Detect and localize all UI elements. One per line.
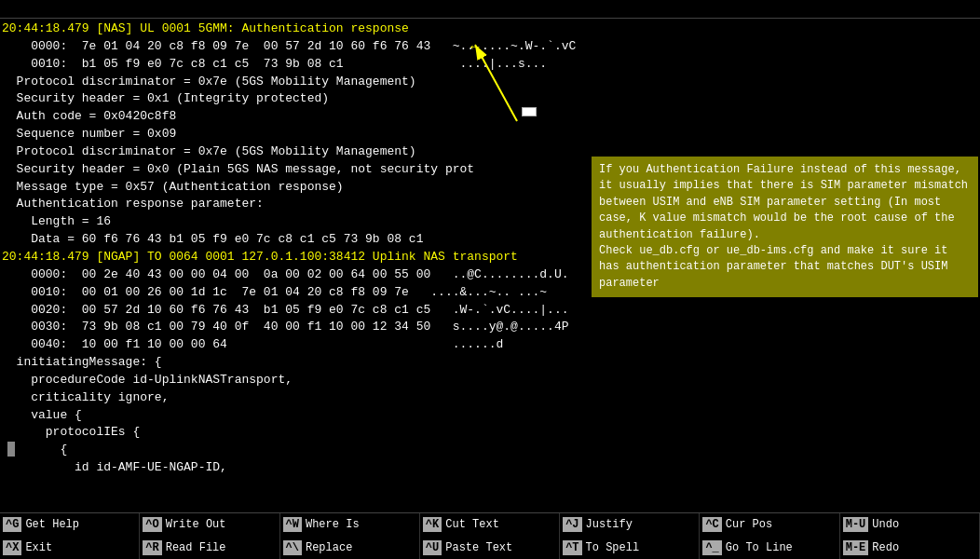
key-2-1: ^\	[283, 540, 302, 555]
key-2-0: ^W	[283, 517, 302, 532]
status-row-4-1[interactable]: ^TTo Spell	[560, 537, 699, 560]
status-row-3-1[interactable]: ^UPaste Text	[420, 537, 559, 560]
key-1-0: ^O	[143, 517, 161, 532]
text-line-19: initiatingMessage: {	[0, 354, 980, 372]
text-line-21: criticality ignore,	[0, 389, 980, 407]
text-line-25: id id-AMF-UE-NGAP-ID,	[0, 459, 980, 477]
key-3-0: ^K	[423, 517, 442, 532]
key-0-0: ^G	[3, 517, 21, 532]
status-col-4: ^JJustify^TTo Spell	[560, 513, 700, 559]
status-col-0: ^GGet Help^XExit	[0, 513, 140, 559]
annotation-yellow	[522, 107, 537, 116]
status-col-6: M-UUndoM-ERedo	[840, 513, 980, 559]
status-col-1: ^OWrite Out^RRead File	[140, 513, 279, 559]
status-col-5: ^CCur Pos^_Go To Line	[700, 513, 839, 559]
status-col-3: ^KCut Text^UPaste Text	[420, 513, 560, 559]
status-row-1-0[interactable]: ^OWrite Out	[140, 513, 279, 537]
text-line-6: Sequence number = 0x09	[0, 126, 980, 143]
key-label-1-1: Read File	[166, 541, 226, 554]
key-label-5-1: Go To Line	[726, 541, 793, 554]
key-label-4-0: Justify	[586, 518, 633, 531]
key-label-6-1: Redo	[872, 541, 899, 554]
text-line-20: procedureCode id-UplinkNASTransport,	[0, 372, 980, 389]
key-label-6-0: Undo	[872, 518, 899, 531]
text-cursor	[7, 442, 15, 457]
key-4-0: ^J	[563, 517, 581, 532]
annotation-olive: If you Authentication Failure instead of…	[592, 157, 978, 297]
key-1-1: ^R	[143, 540, 161, 555]
key-label-2-0: Where Is	[306, 518, 360, 531]
status-bar: ^GGet Help^XExit^OWrite Out^RRead File^W…	[0, 512, 980, 559]
text-line-17: 0030: 73 9b 08 c1 00 79 40 0f 40 00 f1 1…	[0, 319, 980, 336]
key-4-1: ^T	[563, 540, 581, 555]
text-line-16: 0020: 00 57 2d 10 60 f6 76 43 b1 05 f9 e…	[0, 302, 980, 320]
status-row-5-0[interactable]: ^CCur Pos	[700, 513, 838, 537]
text-line-1: 0000: 7e 01 04 20 c8 f8 09 7e 00 57 2d 1…	[0, 38, 980, 56]
key-label-2-1: Replace	[306, 541, 352, 554]
status-row-6-0[interactable]: M-UUndo	[840, 513, 979, 537]
text-line-22: value {	[0, 407, 980, 425]
status-row-6-1[interactable]: M-ERedo	[840, 537, 979, 560]
key-label-4-1: To Spell	[586, 541, 640, 554]
text-line-23: protocolIEs {	[0, 424, 980, 442]
status-row-5-1[interactable]: ^_Go To Line	[700, 537, 838, 560]
key-label-1-0: Write Out	[166, 518, 226, 531]
key-label-0-0: Get Help	[25, 518, 79, 531]
key-6-1: M-E	[843, 540, 869, 555]
title-bar	[0, 0, 980, 19]
key-6-0: M-U	[843, 517, 869, 532]
key-5-1: ^_	[702, 540, 721, 555]
key-label-5-0: Cur Pos	[726, 518, 772, 531]
key-label-3-1: Paste Text	[445, 541, 512, 554]
key-label-0-1: Exit	[25, 541, 52, 554]
text-line-2: 0010: b1 05 f9 e0 7c c8 c1 c5 73 9b 08 c…	[0, 56, 980, 74]
status-row-2-1[interactable]: ^\Replace	[280, 537, 419, 560]
arrow-icon: ←	[470, 39, 480, 56]
key-5-0: ^C	[702, 517, 721, 532]
text-line-5: Auth code = 0x0420c8f8	[0, 108, 980, 126]
status-col-2: ^WWhere Is^\Replace	[280, 513, 420, 559]
key-label-3-0: Cut Text	[445, 518, 499, 531]
status-row-1-1[interactable]: ^RRead File	[140, 537, 279, 560]
status-row-0-1[interactable]: ^XExit	[0, 537, 139, 560]
text-line-0: 20:44:18.479 [NAS] UL 0001 5GMM: Authent…	[0, 20, 980, 38]
text-line-3: Protocol discriminator = 0x7e (5GS Mobil…	[0, 74, 980, 91]
text-line-24: {	[0, 442, 980, 459]
main-content: 20:44:18.479 [NAS] UL 0001 5GMM: Authent…	[0, 19, 980, 512]
key-0-1: ^X	[3, 540, 21, 555]
status-row-3-0[interactable]: ^KCut Text	[420, 513, 559, 537]
status-row-2-0[interactable]: ^WWhere Is	[280, 513, 419, 537]
text-line-18: 0040: 10 00 f1 10 00 00 64 ......d	[0, 336, 980, 354]
text-line-4: Security header = 0x1 (Integrity protect…	[0, 90, 980, 108]
status-row-4-0[interactable]: ^JJustify	[560, 513, 699, 537]
olive-text: If you Authentication Failure instead of…	[599, 163, 968, 290]
key-3-1: ^U	[423, 540, 442, 555]
status-row-0-0[interactable]: ^GGet Help	[0, 513, 139, 537]
